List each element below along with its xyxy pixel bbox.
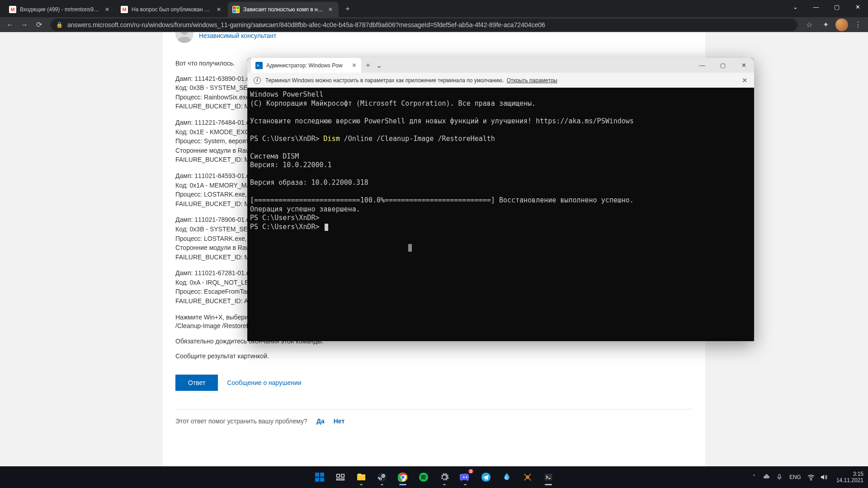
tab-title: На вопрос был опубликован н… <box>132 6 212 13</box>
file-explorer-button[interactable] <box>352 468 370 486</box>
terminal-tab-title: Администратор: Windows Pow <box>266 62 343 69</box>
svg-rect-4 <box>320 478 324 482</box>
maximize-button[interactable]: ▢ <box>712 58 733 73</box>
svg-rect-8 <box>357 475 365 480</box>
chrome-menu-button[interactable]: ⋮ <box>852 19 864 31</box>
svg-point-24 <box>811 479 811 480</box>
settings-button[interactable] <box>435 468 453 486</box>
steam-button[interactable] <box>373 468 391 486</box>
extensions-button[interactable]: ✦ <box>819 19 832 31</box>
bookmark-button[interactable]: ☆ <box>803 19 816 31</box>
avatar <box>835 19 848 31</box>
windows-taskbar: 2 ˄ ENG 3:15 14.11.2021 <box>0 466 868 488</box>
onedrive-icon[interactable] <box>762 473 771 481</box>
mic-icon[interactable] <box>775 474 784 481</box>
maximize-button[interactable]: ▢ <box>826 0 847 14</box>
terminal-window: >_ Администратор: Windows Pow ✕ ＋ ⌄ — ▢ … <box>247 58 754 341</box>
lock-icon: 🔒 <box>56 22 63 28</box>
svg-rect-1 <box>315 473 319 477</box>
browser-tab-ms-answers[interactable]: Зависает полностью комп в не… ✕ <box>228 2 339 17</box>
terminal-tab[interactable]: >_ Администратор: Windows Pow ✕ <box>251 58 361 73</box>
svg-rect-5 <box>337 474 340 477</box>
microsoft-icon <box>232 6 240 13</box>
infobar-close[interactable]: ✕ <box>742 76 748 84</box>
chrome-window-chrome: Входящие (499) - mrtrentons98… ✕ На вопр… <box>0 0 868 32</box>
svg-point-21 <box>526 476 529 479</box>
gmail-icon <box>9 6 16 13</box>
close-icon[interactable]: ✕ <box>352 62 357 69</box>
info-icon: i <box>254 77 261 84</box>
helpful-no[interactable]: Нет <box>334 418 345 425</box>
infobar-text: Терминал Windows можно настроить в парам… <box>265 77 504 84</box>
svg-point-17 <box>463 476 464 478</box>
avatar <box>175 32 193 43</box>
tray-overflow[interactable]: ˄ <box>750 474 759 480</box>
app-button-1[interactable] <box>498 468 516 486</box>
svg-point-18 <box>466 476 467 478</box>
discord-button[interactable]: 2 <box>456 468 474 486</box>
report-link[interactable]: Сообщение о нарушении <box>227 379 301 386</box>
chrome-button[interactable] <box>394 468 412 486</box>
tab-title: Зависает полностью комп в не… <box>243 6 323 13</box>
svg-rect-3 <box>315 478 319 482</box>
profile-button[interactable] <box>835 19 848 31</box>
helpful-yes[interactable]: Да <box>316 418 325 425</box>
svg-rect-7 <box>337 479 344 480</box>
taskbar-clock[interactable]: 3:15 14.11.2021 <box>836 471 863 484</box>
terminal-taskbar-button[interactable] <box>539 468 557 486</box>
browser-tab-gmail-inbox[interactable]: Входящие (499) - mrtrentons98… ✕ <box>5 2 115 17</box>
reload-button[interactable]: ⟳ <box>33 19 45 31</box>
new-tab-button[interactable]: ＋ <box>341 2 354 15</box>
close-icon[interactable]: ✕ <box>327 6 334 13</box>
tab-search-button[interactable]: ⌄ <box>785 0 806 14</box>
tab-title: Входящие (499) - mrtrentons98… <box>20 6 100 13</box>
svg-rect-22 <box>545 474 552 481</box>
browser-tab-gmail-reply[interactable]: На вопрос был опубликован н… ✕ <box>116 2 227 17</box>
chrome-window-controls: ⌄ — ▢ ✕ <box>785 0 868 14</box>
terminal-infobar: i Терминал Windows можно настроить в пар… <box>247 73 754 88</box>
terminal-titlebar[interactable]: >_ Администратор: Windows Pow ✕ ＋ ⌄ — ▢ … <box>247 58 754 73</box>
svg-point-0 <box>181 32 188 35</box>
close-icon[interactable]: ✕ <box>215 6 222 13</box>
helpful-question: Этот ответ помог устранить вашу проблему… <box>175 418 307 425</box>
svg-rect-2 <box>320 473 324 477</box>
forward-button[interactable]: → <box>18 19 31 31</box>
start-button[interactable] <box>311 468 329 486</box>
telegram-button[interactable] <box>477 468 495 486</box>
instruction-report: Сообщите результат картинкой. <box>175 352 693 361</box>
mouse-cursor <box>408 244 412 252</box>
minimize-button[interactable]: — <box>806 0 826 14</box>
task-view-button[interactable] <box>331 468 349 486</box>
svg-point-20 <box>505 477 507 479</box>
close-icon[interactable]: ✕ <box>104 6 111 13</box>
address-bar[interactable]: 🔒 answers.microsoft.com/ru-ru/windows/fo… <box>51 19 797 31</box>
reply-button[interactable]: Ответ <box>175 375 218 391</box>
infobar-settings-link[interactable]: Открыть параметры <box>507 77 557 84</box>
terminal-new-tab[interactable]: ＋ <box>361 59 375 72</box>
app-button-2[interactable] <box>519 468 537 486</box>
terminal-cursor <box>325 224 328 231</box>
close-button[interactable]: ✕ <box>733 58 754 73</box>
answerer-role-link[interactable]: Независимый консультант <box>199 32 276 39</box>
svg-rect-23 <box>778 474 780 478</box>
back-button[interactable]: ← <box>4 19 16 31</box>
language-indicator[interactable]: ENG <box>789 474 801 480</box>
spotify-button[interactable] <box>415 468 433 486</box>
terminal-content[interactable]: Windows PowerShell (C) Корпорация Майкро… <box>247 88 754 341</box>
chrome-tabstrip: Входящие (499) - mrtrentons98… ✕ На вопр… <box>0 0 868 17</box>
url-text: answers.microsoft.com/ru-ru/windows/foru… <box>67 21 545 28</box>
terminal-dropdown[interactable]: ⌄ <box>375 61 384 70</box>
svg-rect-6 <box>341 474 344 477</box>
wifi-icon[interactable] <box>807 473 816 481</box>
minimize-button[interactable]: — <box>692 58 712 73</box>
svg-point-11 <box>382 475 384 477</box>
volume-icon[interactable] <box>819 473 828 481</box>
close-button[interactable]: ✕ <box>847 0 868 14</box>
gmail-icon <box>121 6 128 13</box>
system-tray: ˄ ENG 3:15 14.11.2021 <box>750 466 868 488</box>
powershell-icon: >_ <box>255 62 263 69</box>
chrome-toolbar: ← → ⟳ 🔒 answers.microsoft.com/ru-ru/wind… <box>0 17 868 32</box>
